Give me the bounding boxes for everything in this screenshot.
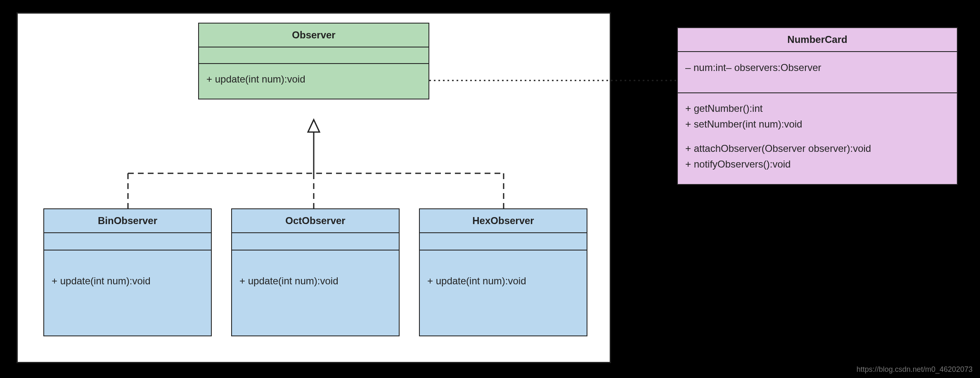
class-hexobserver-methods: + update(int num):void <box>420 250 587 335</box>
class-binobserver-methods: + update(int num):void <box>44 250 211 335</box>
class-numbercard-method: + setNumber(int num):void <box>685 116 949 132</box>
class-numbercard-title: NumberCard <box>678 28 957 52</box>
class-binobserver-title: BinObserver <box>44 209 211 233</box>
class-numbercard-method: + notifyObservers():void <box>685 156 949 172</box>
class-octobserver-attrs <box>232 233 399 250</box>
watermark: https://blog.csdn.net/m0_46202073 <box>857 365 973 374</box>
class-hexobserver-method: + update(int num):void <box>427 273 579 289</box>
class-numbercard: NumberCard – num:int– observers:Observer… <box>677 27 958 185</box>
class-observer-methods: + update(int num):void <box>199 64 428 99</box>
class-numbercard-methods: + getNumber():int + setNumber(int num):v… <box>678 93 957 184</box>
class-numbercard-method: + getNumber():int <box>685 101 949 116</box>
class-numbercard-attrs: – num:int– observers:Observer <box>678 52 957 93</box>
class-hexobserver-attrs <box>420 233 587 250</box>
class-hexobserver-title: HexObserver <box>420 209 587 233</box>
class-binobserver-attrs <box>44 233 211 250</box>
class-hexobserver: HexObserver + update(int num):void <box>419 208 587 336</box>
class-numbercard-attr: – num:int– observers:Observer <box>685 60 949 75</box>
class-octobserver: OctObserver + update(int num):void <box>231 208 400 336</box>
class-octobserver-title: OctObserver <box>232 209 399 233</box>
class-observer-method: + update(int num):void <box>206 71 421 87</box>
class-numbercard-method: + attachObserver(Observer observer):void <box>685 141 949 156</box>
class-octobserver-method: + update(int num):void <box>239 273 391 289</box>
class-binobserver: BinObserver + update(int num):void <box>43 208 212 336</box>
class-octobserver-methods: + update(int num):void <box>232 250 399 335</box>
class-binobserver-method: + update(int num):void <box>52 273 204 289</box>
class-observer-attrs <box>199 47 428 64</box>
method-group-divider <box>685 132 949 141</box>
class-observer-title: Observer <box>199 24 428 47</box>
class-observer: Observer + update(int num):void <box>198 23 429 99</box>
